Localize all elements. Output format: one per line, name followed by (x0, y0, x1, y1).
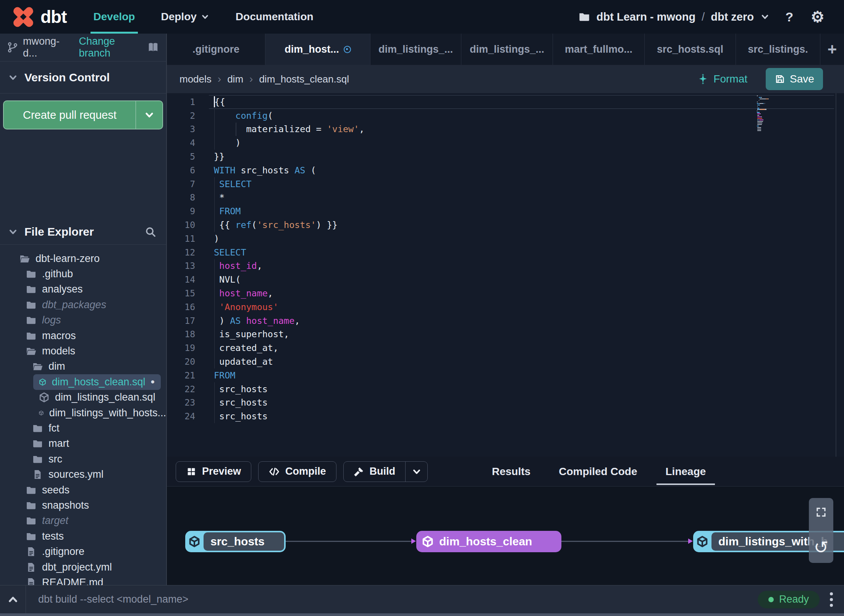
lineage-node-src-hosts[interactable]: src_hosts (185, 531, 286, 552)
tab-src-listings-[interactable]: src_listings. (736, 34, 820, 65)
docs-book-icon[interactable] (147, 41, 159, 53)
breadcrumb-segment[interactable]: dim (227, 73, 243, 85)
tree-item-dim-hosts-clean-sql[interactable]: dim_hosts_clean.sql• (33, 374, 161, 390)
tab-dim-listings-[interactable]: dim_listings_... (370, 34, 461, 65)
code-line-23[interactable]: 23 src_hosts (167, 396, 844, 410)
tree-item-dim-listings-clean-sql[interactable]: dim_listings_clean.sql (0, 390, 166, 405)
tree-item-tests[interactable]: tests (0, 529, 166, 544)
pull-request-dropdown-toggle[interactable] (136, 101, 162, 129)
dbt-logo[interactable]: dbt (0, 5, 82, 29)
code-line-9[interactable]: 9 FROM (167, 204, 844, 218)
tree-item-logs[interactable]: logs (0, 313, 166, 328)
line-number: 18 (167, 329, 195, 339)
code-line-15[interactable]: 15 host_name, (167, 286, 844, 300)
line-number: 16 (167, 302, 195, 312)
code-line-4[interactable]: 4 ) (167, 136, 844, 150)
code-line-24[interactable]: 24 src_hosts (167, 409, 844, 423)
tab-dim-listings-[interactable]: dim_listings_... (461, 34, 553, 65)
code-line-6[interactable]: 6WITH src_hosts AS ( (167, 163, 844, 177)
compile-button[interactable]: Compile (258, 461, 336, 482)
nav-item-develop[interactable]: Develop (82, 0, 147, 34)
code-text: SELECT (214, 246, 246, 259)
new-tab-button[interactable]: + (820, 34, 844, 65)
command-text[interactable]: dbt build --select <model_name> (38, 593, 188, 605)
nav-item-deploy[interactable]: Deploy (149, 0, 221, 34)
tree-item-models[interactable]: models (0, 343, 166, 359)
format-button[interactable]: Format (697, 73, 747, 85)
code-line-1[interactable]: 1{{ (167, 95, 844, 109)
file-explorer-header[interactable]: File Explorer (0, 219, 166, 245)
version-control-header[interactable]: Version Control (0, 61, 166, 94)
tree-item-src[interactable]: src (0, 451, 166, 467)
result-tab-results[interactable]: Results (490, 457, 533, 486)
reset-view-icon[interactable]: ↺ (814, 540, 829, 555)
code-line-22[interactable]: 22 src_hosts (167, 382, 844, 396)
code-editor[interactable]: 1{{2 config(3 materialized = 'view',4 )5… (167, 93, 844, 457)
code-line-3[interactable]: 3 materialized = 'view', (167, 123, 844, 136)
minimap[interactable] (757, 95, 784, 132)
chevron-down-icon (8, 72, 18, 83)
tree-item-analyses[interactable]: analyses (0, 282, 166, 297)
breadcrumb-segment[interactable]: dim_hosts_clean.sql (259, 73, 349, 85)
code-line-19[interactable]: 19 created_at, (167, 341, 844, 355)
build-dropdown-toggle[interactable] (405, 462, 427, 482)
code-line-18[interactable]: 18 is_superhost, (167, 328, 844, 341)
tree-item-seeds[interactable]: seeds (0, 482, 166, 498)
tab-dim-host-[interactable]: dim_host... (265, 34, 370, 65)
line-number: 8 (167, 192, 195, 202)
code-line-8[interactable]: 8 * (167, 191, 844, 205)
code-line-20[interactable]: 20 updated_at (167, 355, 844, 369)
project-breadcrumb[interactable]: dbt Learn - mwong / dbt zero (578, 11, 770, 23)
code-line-2[interactable]: 2 config( (167, 109, 844, 123)
tree-item-dim-listings-with-hosts-[interactable]: dim_listings_with_hosts... (0, 405, 166, 420)
result-tab-compiled-code[interactable]: Compiled Code (556, 457, 639, 486)
tree-item-dbt-packages[interactable]: dbt_packages (0, 297, 166, 312)
nav-item-documentation[interactable]: Documentation (224, 0, 325, 34)
lineage-graph: src_hostsdim_hosts_cleandim_listings_wit… (167, 487, 844, 585)
tree-item-target[interactable]: target (0, 513, 166, 529)
fullscreen-icon[interactable] (815, 506, 827, 518)
tab-label: src_listings. (748, 44, 808, 55)
kebab-menu-button[interactable] (822, 592, 841, 607)
code-line-7[interactable]: 7 SELECT (167, 177, 844, 191)
tree-item-macros[interactable]: macros (0, 328, 166, 343)
lineage-node-dim-hosts-clean[interactable]: dim_hosts_clean (416, 531, 561, 552)
tree-item-snapshots[interactable]: snapshots (0, 498, 166, 513)
breadcrumb-segment[interactable]: models (179, 73, 212, 85)
tree-item-readme-md[interactable]: README.md (0, 575, 166, 585)
code-line-14[interactable]: 14 NVL( (167, 273, 844, 286)
modified-indicator-icon (344, 46, 351, 53)
change-branch-link[interactable]: Change branch (79, 36, 142, 59)
tree-item-dbt-learn-zero[interactable]: dbt-learn-zero (0, 251, 166, 266)
create-pull-request-button[interactable]: Create pull request (3, 100, 163, 129)
code-line-17[interactable]: 17 ) AS host_name, (167, 314, 844, 328)
code-line-16[interactable]: 16 'Anonymous' (167, 300, 844, 314)
code-line-21[interactable]: 21FROM (167, 369, 844, 382)
tree-item-sources-yml[interactable]: sources.yml (0, 467, 166, 482)
line-number: 6 (167, 165, 195, 175)
search-icon[interactable] (145, 226, 156, 238)
code-line-5[interactable]: 5}} (167, 150, 844, 163)
code-line-12[interactable]: 12SELECT (167, 246, 844, 259)
expand-panel-button[interactable] (0, 585, 26, 613)
help-button[interactable]: ? (781, 8, 798, 26)
tree-item-dim[interactable]: dim (0, 359, 166, 374)
preview-button[interactable]: Preview (176, 461, 251, 482)
tree-item--github[interactable]: .github (0, 266, 166, 281)
code-line-13[interactable]: 13 host_id, (167, 259, 844, 273)
code-line-11[interactable]: 11) (167, 232, 844, 246)
tab-src-hosts-sql[interactable]: src_hosts.sql (645, 34, 736, 65)
tab-mart-fullmo-[interactable]: mart_fullmo... (553, 34, 645, 65)
settings-gear-button[interactable]: ⚙ (809, 8, 826, 26)
code-line-10[interactable]: 10 {{ ref('src_hosts') }} (167, 218, 844, 232)
tree-item-fct[interactable]: fct (0, 420, 166, 436)
tree-item-mart[interactable]: mart (0, 436, 166, 451)
result-tab-lineage[interactable]: Lineage (663, 457, 708, 486)
build-button[interactable]: Build (343, 461, 428, 482)
tab--gitignore[interactable]: .gitignore (167, 34, 265, 65)
line-number: 22 (167, 384, 195, 394)
save-button[interactable]: Save (766, 68, 823, 90)
tree-item-dbt-project-yml[interactable]: dbt_project.yml (0, 559, 166, 575)
editor-scrollbar[interactable] (836, 93, 836, 457)
tree-item--gitignore[interactable]: .gitignore (0, 544, 166, 559)
